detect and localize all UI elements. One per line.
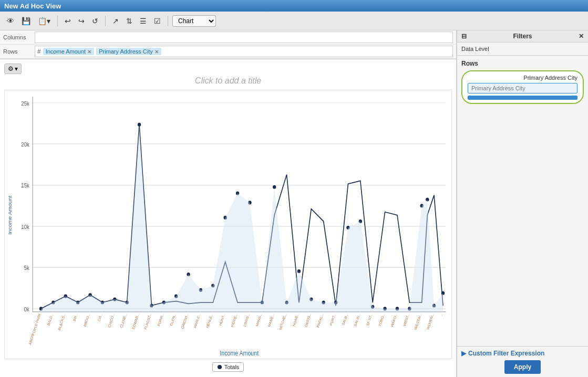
svg-point-85 bbox=[218, 365, 222, 369]
svg-text:15k: 15k bbox=[21, 183, 29, 189]
svg-text:HENLE...: HENLE... bbox=[205, 312, 213, 329]
filter-spacer bbox=[457, 205, 588, 347]
svg-text:20k: 20k bbox=[21, 141, 29, 148]
svg-text:Income Amount: Income Amount bbox=[7, 195, 12, 234]
title-bar: New Ad Hoc View bbox=[0, 0, 588, 12]
svg-text:CH...: CH... bbox=[97, 312, 103, 322]
chart-type-select[interactable]: Chart Table Crosstab bbox=[172, 15, 216, 27]
svg-text:KIDDE...: KIDDE... bbox=[230, 312, 238, 328]
custom-filter-section: ▶ Custom Filter Expression Apply bbox=[457, 346, 588, 377]
chart-container: ⚙ ▾ Click to add a title bbox=[0, 59, 456, 377]
columns-label: Columns bbox=[3, 34, 35, 40]
redo-button[interactable]: ↪ bbox=[76, 15, 87, 27]
rows-filter-label: Rows bbox=[461, 60, 584, 67]
gear-area: ⚙ ▾ bbox=[4, 64, 452, 74]
columns-row: Columns bbox=[0, 30, 456, 45]
chart-svg: 25k 20k 15k 10k 5k 0k Income Amount bbox=[5, 90, 451, 359]
custom-filter-label: Custom Filter Expression bbox=[468, 350, 544, 357]
rows-label: Rows bbox=[3, 48, 35, 55]
layout-button[interactable]: ☰ bbox=[137, 15, 149, 27]
left-panel: Columns Rows # Income Amount ✕ Primary A… bbox=[0, 30, 457, 377]
sep2 bbox=[105, 16, 106, 26]
svg-text:SALIS...: SALIS... bbox=[354, 312, 361, 327]
svg-text:FLAGST...: FLAGST... bbox=[143, 312, 152, 330]
svg-text:CLENE...: CLENE... bbox=[119, 312, 127, 329]
save-button[interactable]: 💾 bbox=[19, 15, 33, 27]
main-layout: Columns Rows # Income Amount ✕ Primary A… bbox=[0, 30, 588, 377]
svg-text:MANS...: MANS... bbox=[255, 312, 262, 327]
svg-text:GRESH...: GRESH... bbox=[181, 312, 189, 329]
svg-text:CHICO...: CHICO... bbox=[107, 312, 115, 328]
columns-chips[interactable] bbox=[35, 32, 453, 43]
svg-text:Income Amount: Income Amount bbox=[220, 350, 259, 357]
svg-text:PORT...: PORT... bbox=[329, 312, 336, 326]
save-dropdown-button[interactable]: 📋▾ bbox=[35, 15, 53, 27]
svg-text:LINDS...: LINDS... bbox=[243, 312, 250, 327]
svg-text:BROO...: BROO... bbox=[83, 312, 90, 327]
income-amount-chip[interactable]: Income Amount ✕ bbox=[43, 48, 94, 55]
undo-button[interactable]: ↩ bbox=[62, 15, 74, 27]
sort-button[interactable]: ⇅ bbox=[123, 15, 135, 27]
svg-text:BALD...: BALD... bbox=[47, 312, 54, 326]
rows-chips[interactable]: # Income Amount ✕ Primary Address City ✕ bbox=[35, 46, 453, 57]
income-amount-label: Income Amount bbox=[46, 48, 86, 55]
sort-icon: ⇅ bbox=[126, 17, 132, 25]
totals-label: Totals bbox=[224, 364, 240, 370]
svg-text:WOODV...: WOODV... bbox=[426, 312, 435, 330]
svg-text:BR...: BR... bbox=[73, 312, 78, 322]
sep1 bbox=[57, 16, 58, 26]
send-icon: ↗ bbox=[112, 17, 119, 25]
hash-symbol: # bbox=[37, 48, 41, 55]
send-button[interactable]: ↗ bbox=[110, 15, 121, 27]
filters-title: Filters bbox=[513, 33, 532, 40]
app-title: New Ad Hoc View bbox=[4, 2, 61, 10]
svg-text:ABERFOYLE PARK: ABERFOYLE PARK bbox=[28, 312, 42, 345]
primary-address-label: Primary Address City bbox=[99, 48, 153, 55]
svg-text:10k: 10k bbox=[21, 224, 29, 230]
reset-icon: ↺ bbox=[92, 17, 98, 25]
sep3 bbox=[168, 16, 168, 26]
totals-dot-icon bbox=[217, 364, 222, 370]
primary-address-chip[interactable]: Primary Address City ✕ bbox=[96, 48, 161, 55]
custom-filter-header[interactable]: ▶ Custom Filter Expression bbox=[461, 350, 584, 357]
svg-text:SF ST...: SF ST... bbox=[366, 312, 373, 326]
options-button[interactable]: ⚙ ▾ bbox=[4, 64, 22, 74]
redo-icon: ↪ bbox=[78, 17, 85, 25]
reset-button[interactable]: ↺ bbox=[89, 15, 101, 27]
fields-area: Columns Rows # Income Amount ✕ Primary A… bbox=[0, 30, 456, 59]
layout-icon: ☰ bbox=[140, 17, 147, 25]
svg-text:HARLE...: HARLE... bbox=[193, 312, 201, 329]
undo-icon: ↩ bbox=[65, 17, 71, 25]
primary-address-filter-label: Primary Address City bbox=[468, 75, 577, 81]
check-grid-button[interactable]: ☑ bbox=[151, 15, 163, 27]
svg-text:25k: 25k bbox=[21, 100, 29, 107]
svg-text:SALB...: SALB... bbox=[342, 312, 349, 326]
data-level-section: Data Level bbox=[457, 43, 588, 56]
view-button[interactable]: 👁 bbox=[4, 15, 17, 27]
chart-area: 25k 20k 15k 10k 5k 0k Income Amount bbox=[4, 90, 452, 359]
svg-text:PARAL...: PARAL... bbox=[316, 312, 324, 328]
filters-panel: ⊟ Filters ✕ Data Level Rows Primary Addr… bbox=[457, 30, 588, 377]
filters-close-icon[interactable]: ✕ bbox=[579, 33, 584, 40]
rows-filter-section: Rows Primary Address City bbox=[457, 56, 588, 205]
income-amount-close[interactable]: ✕ bbox=[87, 49, 91, 55]
gear-icon: ⚙ bbox=[8, 65, 14, 72]
chart-footer: Totals bbox=[4, 359, 452, 373]
toolbar: 👁 💾 📋▾ ↩ ↪ ↺ ↗ ⇅ ☰ ☑ Chart Table Crossta… bbox=[0, 12, 588, 30]
gear-chevron: ▾ bbox=[15, 65, 18, 72]
eye-icon: 👁 bbox=[7, 17, 14, 25]
data-level-label: Data Level bbox=[461, 46, 489, 52]
primary-address-close[interactable]: ✕ bbox=[154, 49, 159, 55]
svg-text:...: ... bbox=[439, 312, 443, 317]
primary-address-input[interactable] bbox=[468, 83, 577, 93]
svg-text:O&039...: O&039... bbox=[304, 312, 312, 328]
filter-icon: ⊟ bbox=[461, 33, 467, 40]
check-grid-icon: ☑ bbox=[154, 17, 161, 25]
svg-text:GLEN...: GLEN... bbox=[169, 312, 177, 326]
svg-text:MAME...: MAME... bbox=[267, 312, 275, 327]
chevron-down-icon: ▾ bbox=[47, 17, 50, 25]
apply-button[interactable]: Apply bbox=[504, 360, 541, 374]
chart-title[interactable]: Click to add a title bbox=[4, 76, 452, 86]
svg-text:NOAR...: NOAR... bbox=[292, 312, 300, 327]
svg-text:MITCHE...: MITCHE... bbox=[278, 312, 287, 330]
